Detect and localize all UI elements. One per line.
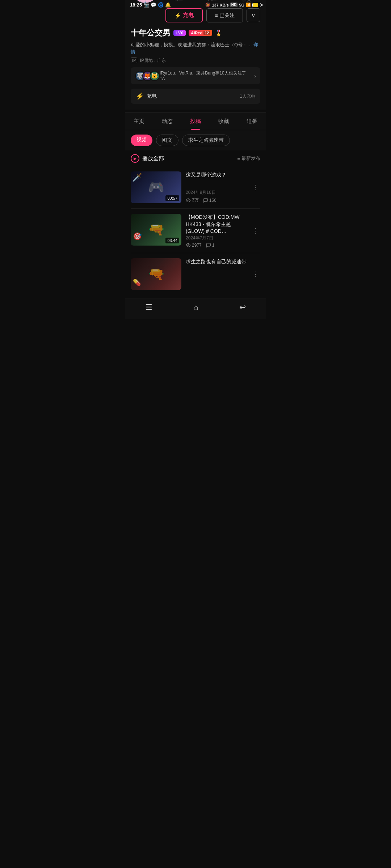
network-type: 5G [239,3,244,7]
status-left: 18:25 📷 💬 🌀 🔔 [130,2,171,8]
charge-lightning-icon: ⚡ [175,12,181,19]
view-count-1: 3万 [186,197,199,203]
charge-left: ⚡ 充电 [136,92,157,100]
video-thumbnail-1: 🎮 🗡️ 00:57 [131,171,181,203]
video-item[interactable]: 🔫 💊 求生之路也有自己的减速带 ⋮ [131,253,260,295]
chevron-down-icon: ∨ [251,12,256,19]
aired-text: AiRed [191,31,202,35]
video-item[interactable]: 🎮 🗡️ 00:57 这又是哪个游戏？ 2024年9月16日 3万 156 [131,166,260,209]
profile-section: 🌸 3120 粉丝 530 关注 3.7万 获赞 ⚡ 充电 [125,0,266,110]
aired-number: 12 [203,31,210,35]
status-icon-3: 🌀 [158,2,164,8]
sort-label: 最新发布 [241,155,260,162]
video-thumbnail-3: 🔫 💊 [131,258,181,290]
sort-icon: ≡ [237,156,240,161]
tab-activity[interactable]: 动态 [153,113,181,130]
svg-point-6 [188,200,189,201]
status-right: 🔕 137 KB/s HD 5G 📶 [205,3,261,7]
charge-label: 充电 [147,93,157,99]
dropdown-button[interactable]: ∨ [247,8,260,22]
video-date-2: 2024年7月7日 [186,235,247,241]
video-more-button-1[interactable]: ⋮ [251,182,260,193]
emoji-badge: 🎖️ [215,30,222,37]
video-stats-2: 2977 1 [186,243,247,248]
mutual-avatar-3: 🐱 [150,71,160,81]
video-title-3: 求生之路也有自己的减速带 [186,258,247,265]
video-title-1: 这又是哪个游戏？ [186,171,247,179]
video-title-2: 【MOD发布】COD:MW HK433 - 凯尔希主题 (GLOW) # COD… [186,214,247,235]
signal-icon: 📶 [246,3,251,7]
video-item[interactable]: 🔫 🎯 03:44 【MOD发布】COD:MW HK433 - 凯尔希主题 (G… [131,209,260,253]
comment-count-2: 1 [206,243,215,248]
mutual-arrow-icon: › [254,73,256,79]
view-count-2: 2977 [186,243,202,248]
bio-text: 可爱的小狐狸，摸摸。欢迎进我的群：流浪巴士（Q号：… 详情 [131,41,260,55]
mute-icon: 🔕 [205,3,210,7]
live-badge: LV6 [173,30,186,36]
tabs-bar: 主页 动态 投稿 收藏 追番 [125,112,266,130]
status-bar: 18:25 📷 💬 🌀 🔔 🔕 137 KB/s HD 5G 📶 [125,0,266,9]
follow-button[interactable]: ≡ 已关注 [206,8,243,22]
video-meta-2: 2024年7月7日 2977 1 [186,235,247,248]
hd-badge: HD [230,3,237,7]
ip-location: IP IP属地：广东 [131,58,260,64]
filter-video[interactable]: 视频 [131,135,152,146]
duration-badge-1: 00:57 [165,195,179,201]
play-all-icon: ▶ [131,154,139,163]
video-info-1: 这又是哪个游戏？ 2024年9月16日 3万 156 [186,171,247,203]
status-icon-1: 📷 [143,2,149,8]
filter-article[interactable]: 图文 [156,135,178,146]
video-more-button-3[interactable]: ⋮ [251,269,260,280]
tab-favorites[interactable]: 收藏 [210,113,238,130]
back-nav-button[interactable]: ↩ [239,303,246,312]
video-stats-1: 3万 156 [186,197,247,203]
play-all-label: 播放全部 [142,155,164,162]
video-list: 🎮 🗡️ 00:57 这又是哪个游戏？ 2024年9月16日 3万 156 [125,166,266,295]
charge-section: ⚡ 充电 1人充电 [131,89,260,104]
play-all-row: ▶ 播放全部 ≡ 最新发布 [125,150,266,166]
charge-button-label: 充电 [183,12,194,19]
mutual-follow[interactable]: 🐺 🦊 🐱 IRyr1ou、VotRia、東井Bang等10人也关注了TA › [131,67,260,84]
svg-point-7 [188,244,189,246]
mutual-text: IRyr1ou、VotRia、東井Bang等10人也关注了TA [160,70,251,81]
mutual-avatars: 🐺 🦊 🐱 [135,71,157,81]
charge-count: 1人充电 [240,93,255,99]
comment-count-1: 156 [203,198,216,203]
filter-custom[interactable]: 求生之路减速带 [182,135,230,146]
network-speed: 137 KB/s [212,3,228,7]
charge-button[interactable]: ⚡ 充电 [165,8,203,22]
video-thumbnail-2: 🔫 🎯 03:44 [131,214,181,246]
time: 18:25 [130,2,142,8]
status-icon-2: 💬 [151,2,156,8]
status-icon-4: 🔔 [165,2,171,8]
charge-lightning-icon: ⚡ [136,92,144,100]
home-button[interactable]: ⌂ [193,303,198,312]
video-info-2: 【MOD发布】COD:MW HK433 - 凯尔希主题 (GLOW) # COD… [186,214,247,248]
sort-button[interactable]: ≡ 最新发布 [237,155,260,162]
duration-badge-2: 03:44 [165,238,179,243]
video-info-3: 求生之路也有自己的减速带 [186,258,247,290]
filter-pills: 视频 图文 求生之路减速带 [125,130,266,150]
menu-button[interactable]: ☰ [145,303,152,312]
aired-badge: AiRed 12 [189,30,212,36]
battery-icon [252,3,261,7]
tab-home[interactable]: 主页 [125,113,153,130]
bottom-nav: ☰ ⌂ ↩ [125,298,266,319]
ip-icon: IP [131,58,137,63]
play-all-left[interactable]: ▶ 播放全部 [131,154,164,163]
video-meta-1: 2024年9月16日 3万 156 [186,190,247,203]
follow-button-label: 已关注 [219,12,235,19]
action-buttons: ⚡ 充电 ≡ 已关注 ∨ [165,8,260,22]
follow-list-icon: ≡ [215,13,218,18]
username-row: 十年公交男 LV6 AiRed 12 🎖️ [131,27,260,38]
username: 十年公交男 [131,27,171,38]
video-date-1: 2024年9月16日 [186,190,247,196]
tab-following[interactable]: 追番 [238,113,266,130]
video-more-button-2[interactable]: ⋮ [251,225,260,236]
tab-posts[interactable]: 投稿 [181,113,210,130]
